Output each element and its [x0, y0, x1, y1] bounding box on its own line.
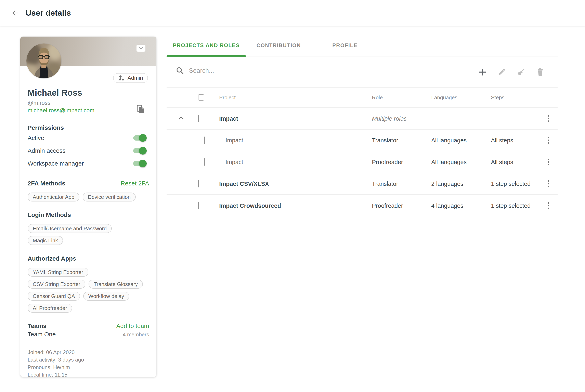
- languages-value: 4 languages: [431, 202, 463, 209]
- team-row[interactable]: Team One 4 members: [28, 331, 149, 338]
- reset-2fa-button[interactable]: Reset 2FA: [121, 180, 149, 187]
- permission-row-admin-access: Admin access: [28, 144, 149, 157]
- authorized-app-chip: YAML String Exporter: [28, 268, 88, 277]
- authorized-app-chip: AI Proofreader: [28, 304, 72, 312]
- project-name: Impact: [226, 159, 243, 165]
- admin-badge-label: Admin: [127, 75, 143, 81]
- permission-row-active: Active: [28, 132, 149, 144]
- clean-button[interactable]: [516, 67, 526, 77]
- add-to-team-button[interactable]: Add to team: [116, 322, 149, 330]
- column-steps: Steps: [491, 94, 504, 101]
- project-name: Impact Crowdsourced: [219, 202, 281, 209]
- languages-value: 2 languages: [431, 180, 463, 187]
- trash-icon: [536, 68, 545, 76]
- page-title: User details: [26, 8, 71, 18]
- role-value: Proofreader: [372, 202, 403, 209]
- table-row-impact-proofreader: Impact Proofreader All languages All ste…: [166, 151, 558, 173]
- user-email-link[interactable]: michael.ross@impact.com: [28, 107, 94, 114]
- table-row-group-impact: Impact Multiple roles: [166, 108, 558, 130]
- toggle-label: Admin access: [28, 147, 66, 154]
- plus-icon: [478, 68, 487, 76]
- meta-last-activity: Last activity: 3 days ago: [28, 356, 149, 364]
- search-input[interactable]: [189, 67, 343, 74]
- role-value: Translator: [372, 180, 398, 187]
- user-handle: @m.ross: [28, 100, 149, 106]
- admin-access-toggle[interactable]: [133, 148, 146, 153]
- meta-local-time: Local time: 11:15: [28, 371, 149, 377]
- add-button[interactable]: [477, 67, 488, 77]
- tab-profile[interactable]: PROFILE: [312, 34, 378, 56]
- languages-value: All languages: [431, 159, 466, 165]
- copy-icon: [136, 104, 144, 114]
- role-value: Multiple roles: [372, 115, 407, 122]
- toggle-label: Workspace manager: [28, 160, 84, 167]
- table-row-impact-crowdsourced: Impact Crowdsourced Proofreader 4 langua…: [166, 195, 558, 216]
- twofa-chip: Authenticator App: [28, 192, 80, 202]
- steps-value: All steps: [491, 137, 513, 144]
- active-toggle[interactable]: [133, 135, 146, 140]
- search-icon: [176, 66, 184, 75]
- row-menu-button[interactable]: [544, 156, 553, 168]
- admin-user-icon: [118, 75, 125, 81]
- column-project: Project: [219, 94, 236, 101]
- user-name: Michael Ross: [28, 88, 149, 98]
- details-panel: PROJECTS AND ROLES CONTRIBUTION PROFILE: [166, 34, 558, 216]
- project-name: Impact: [226, 137, 243, 144]
- row-checkbox[interactable]: [204, 158, 205, 166]
- team-name: Team One: [28, 331, 56, 338]
- tab-projects-and-roles[interactable]: PROJECTS AND ROLES: [166, 34, 246, 56]
- toggle-label: Active: [28, 134, 44, 141]
- login-methods-heading: Login Methods: [28, 211, 149, 218]
- row-menu-button[interactable]: [544, 134, 553, 146]
- languages-value: All languages: [431, 137, 466, 144]
- authorized-app-chip: Workflow delay: [83, 292, 129, 300]
- authorized-app-chip: Translate Glossary: [88, 280, 143, 288]
- row-checkbox[interactable]: [198, 202, 199, 209]
- column-languages: Languages: [431, 94, 458, 101]
- copy-email-button[interactable]: [136, 104, 145, 114]
- tab-contribution[interactable]: CONTRIBUTION: [246, 34, 312, 56]
- table-header-row: Project Role Languages Steps: [166, 88, 558, 108]
- edit-pencil-icon: [497, 68, 506, 76]
- broom-icon: [516, 68, 526, 76]
- permission-row-workspace-manager: Workspace manager: [28, 157, 149, 170]
- table-row-impact-translator: Impact Translator All languages All step…: [166, 130, 558, 151]
- login-method-chip: Magic Link: [28, 236, 63, 245]
- authorized-apps-heading: Authorized Apps: [28, 255, 149, 262]
- chevron-up-icon: [178, 114, 185, 122]
- select-all-checkbox[interactable]: [198, 94, 204, 100]
- table-toolbar: [166, 56, 558, 88]
- project-name: Impact CSV/XLSX: [219, 180, 269, 187]
- send-email-button[interactable]: [136, 45, 146, 52]
- user-card: Admin Michael Ross @m.ross michael.ross@…: [20, 36, 156, 377]
- steps-value: 1 step selected: [491, 202, 530, 209]
- teams-heading: Teams: [28, 322, 46, 330]
- role-value: Translator: [372, 137, 398, 144]
- row-menu-button[interactable]: [544, 178, 553, 190]
- collapse-group-button[interactable]: [177, 114, 186, 123]
- steps-value: 1 step selected: [491, 180, 530, 187]
- delete-button[interactable]: [535, 67, 546, 77]
- row-checkbox[interactable]: [198, 115, 199, 122]
- mail-icon: [137, 46, 144, 51]
- role-value: Proofreader: [372, 159, 403, 165]
- row-menu-button[interactable]: [544, 200, 553, 212]
- tab-bar: PROJECTS AND ROLES CONTRIBUTION PROFILE: [166, 34, 558, 56]
- steps-value: All steps: [491, 159, 513, 165]
- authorized-app-chip: CSV String Exporter: [28, 280, 85, 288]
- permissions-heading: Permissions: [28, 124, 149, 132]
- row-checkbox[interactable]: [204, 136, 205, 144]
- column-role: Role: [372, 94, 383, 101]
- admin-role-badge: Admin: [113, 73, 148, 83]
- meta-joined: Joined: 06 Apr 2020: [28, 348, 149, 356]
- row-checkbox[interactable]: [198, 180, 199, 187]
- meta-pronouns: Pronouns: He/him: [28, 364, 149, 371]
- arrow-left-icon: [11, 9, 19, 17]
- authorized-app-chip: Censor Guard QA: [28, 292, 80, 300]
- team-members-count: 4 members: [123, 332, 149, 338]
- row-menu-button[interactable]: [544, 112, 553, 125]
- workspace-manager-toggle[interactable]: [133, 161, 146, 166]
- back-button[interactable]: [9, 7, 21, 19]
- edit-button[interactable]: [497, 67, 507, 77]
- login-method-chip: Email/Username and Password: [28, 224, 112, 233]
